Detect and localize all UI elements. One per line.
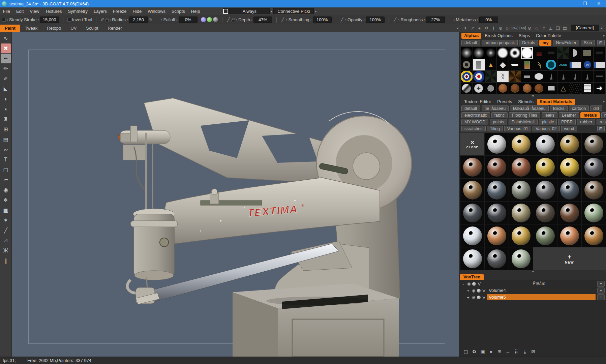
stepper-left-icon[interactable]: ‹ bbox=[7, 17, 8, 22]
material-category-leather[interactable]: Leather bbox=[559, 112, 579, 118]
invert-tool-checkbox[interactable] bbox=[67, 18, 71, 22]
play-icon[interactable]: ▷ bbox=[505, 26, 511, 31]
material-preview[interactable] bbox=[485, 224, 509, 247]
close-materials-button[interactable]: ✕CLOSE bbox=[460, 133, 484, 155]
sphere-icon[interactable]: ● bbox=[488, 349, 494, 355]
stepper-left-icon[interactable]: ‹ bbox=[345, 17, 346, 22]
alpha-thumbnail[interactable] bbox=[473, 71, 485, 82]
new-layer-icon[interactable]: ▢ bbox=[463, 349, 469, 355]
lock-icon[interactable] bbox=[105, 19, 109, 22]
shader-sphere-icon[interactable] bbox=[477, 289, 481, 293]
material-category-dirt[interactable]: dirt bbox=[590, 105, 602, 112]
expander-icon[interactable]: + bbox=[466, 295, 470, 300]
alpha-thumbnail[interactable] bbox=[461, 83, 473, 94]
background-image-icon[interactable]: ▤ bbox=[562, 26, 568, 31]
curve-icon[interactable]: ╱ bbox=[281, 17, 284, 22]
shader-sphere-icon[interactable] bbox=[472, 282, 476, 286]
alpha-thumbnail[interactable] bbox=[533, 71, 545, 82]
rotate-icon[interactable]: ↺ bbox=[483, 26, 490, 31]
menu-textures[interactable]: Textures bbox=[42, 7, 65, 15]
menu-symmetry[interactable]: Symmetry bbox=[65, 7, 91, 15]
lock-icon[interactable] bbox=[232, 19, 235, 22]
stepper-right-icon[interactable]: › bbox=[38, 17, 39, 22]
alpha-thumbnail[interactable] bbox=[509, 71, 521, 82]
alpha-thumbnail[interactable] bbox=[557, 47, 569, 59]
tab-strips[interactable]: Strips bbox=[516, 33, 533, 39]
material-preview[interactable] bbox=[509, 247, 533, 270]
add-volume-button[interactable]: + bbox=[597, 294, 605, 300]
tool-picker[interactable]: ╱ bbox=[1, 225, 11, 235]
material-preview[interactable] bbox=[509, 156, 533, 178]
alpha-thumbnail[interactable] bbox=[521, 71, 533, 82]
alpha-thumbnail[interactable] bbox=[461, 71, 473, 82]
tool-stamp[interactable]: ♜ bbox=[1, 114, 11, 124]
material-preview[interactable] bbox=[533, 224, 557, 247]
alpha-thumbnail[interactable] bbox=[485, 47, 497, 59]
restore-button[interactable]: ❐ bbox=[578, 0, 592, 7]
alpha-thumbnail[interactable] bbox=[545, 71, 557, 82]
tool-iron[interactable]: ⊿ bbox=[1, 236, 11, 245]
import-icon[interactable]: ⤓ bbox=[522, 349, 528, 355]
tool-freeze[interactable]: ❄ bbox=[1, 195, 11, 205]
tab-uv[interactable]: UV bbox=[66, 25, 81, 32]
stepper-right-icon[interactable]: › bbox=[363, 17, 365, 22]
material-category-my[interactable]: my bbox=[601, 112, 606, 118]
material-category-scratches[interactable]: scratches bbox=[461, 126, 486, 132]
material-category-ðæàâûå-ìåòàëëû[interactable]: Ðæàâûå ìåòàëëû bbox=[510, 105, 549, 112]
tool-text[interactable]: T bbox=[1, 155, 11, 164]
stepper-left-icon[interactable]: ‹ bbox=[286, 17, 287, 22]
material-preview[interactable] bbox=[557, 224, 581, 247]
material-preview[interactable] bbox=[582, 179, 606, 201]
material-preview[interactable] bbox=[557, 202, 581, 224]
alpha-thumbnail[interactable] bbox=[461, 47, 473, 59]
pen-icon[interactable]: ✎ bbox=[149, 17, 153, 22]
material-preview[interactable] bbox=[485, 133, 509, 155]
material-preview[interactable] bbox=[533, 202, 557, 224]
material-category-cartoon[interactable]: cartoon bbox=[569, 105, 589, 112]
alpha-thumbnail[interactable] bbox=[497, 47, 509, 59]
material-category-wood[interactable]: wood bbox=[561, 126, 577, 132]
alpha-thumbnail[interactable] bbox=[594, 83, 605, 94]
tool-airbrush[interactable]: ✐ bbox=[1, 74, 11, 84]
material-category-metals[interactable]: metals bbox=[580, 112, 600, 118]
volume-name[interactable]: Êîðåíü bbox=[482, 281, 596, 287]
eye-icon[interactable]: ◉ bbox=[467, 281, 471, 286]
alphas-scroll-down[interactable]: ▼ bbox=[460, 94, 606, 98]
alpha-thumbnail[interactable] bbox=[521, 59, 533, 70]
alpha-folder-dekals[interactable]: Dekals bbox=[519, 40, 538, 46]
menu-file[interactable]: File bbox=[0, 7, 13, 15]
tab-smart-materials[interactable]: Smart Materials bbox=[537, 99, 575, 105]
alpha-thumbnail[interactable] bbox=[594, 59, 605, 70]
material-preview[interactable] bbox=[509, 224, 533, 247]
pick-light-icon[interactable]: ↗ bbox=[469, 26, 476, 31]
menu-freeze[interactable]: Freeze bbox=[110, 7, 129, 15]
fullscreen-icon[interactable]: ❏ bbox=[555, 26, 561, 31]
tool-smudge[interactable]: ◗ bbox=[1, 94, 11, 104]
materials-scroll-down[interactable]: ▼ bbox=[460, 270, 606, 273]
duplicate-layer-icon[interactable]: ▣ bbox=[480, 349, 486, 355]
alpha-thumbnail[interactable] bbox=[581, 71, 593, 82]
material-preview[interactable] bbox=[582, 202, 606, 224]
camera-dropdown[interactable]: [Camera] bbox=[571, 25, 599, 31]
curve-icon[interactable]: ╱ bbox=[341, 17, 343, 22]
panel-menu-icon[interactable]: ▾ bbox=[603, 100, 605, 103]
tool-brush[interactable]: ✒ bbox=[1, 54, 11, 63]
tool-page-curve[interactable]: ▢ bbox=[1, 165, 11, 175]
material-preview[interactable] bbox=[460, 247, 484, 270]
material-category-my-wood[interactable]: MY WOOD bbox=[461, 119, 488, 125]
material-preview[interactable] bbox=[485, 156, 509, 178]
disable-icon[interactable]: ⊘ bbox=[526, 26, 533, 31]
move-icon[interactable]: ✛ bbox=[490, 26, 497, 31]
alpha-thumbnail[interactable] bbox=[485, 59, 497, 70]
close-button[interactable]: ✕ bbox=[592, 0, 606, 7]
tab-tweak[interactable]: Tweak bbox=[20, 25, 42, 32]
material-preview[interactable] bbox=[557, 133, 581, 155]
alpha-thumbnail[interactable] bbox=[594, 47, 605, 59]
alpha-thumbnail[interactable] bbox=[545, 47, 557, 59]
grid-icon[interactable]: # bbox=[541, 26, 547, 31]
alpha-thumbnail[interactable] bbox=[581, 59, 593, 70]
material-preview[interactable] bbox=[582, 133, 606, 155]
tool-blob[interactable]: ◖ bbox=[1, 104, 11, 114]
alpha-thumbnail[interactable] bbox=[497, 59, 509, 70]
opacity-value[interactable]: 100% bbox=[366, 17, 385, 23]
